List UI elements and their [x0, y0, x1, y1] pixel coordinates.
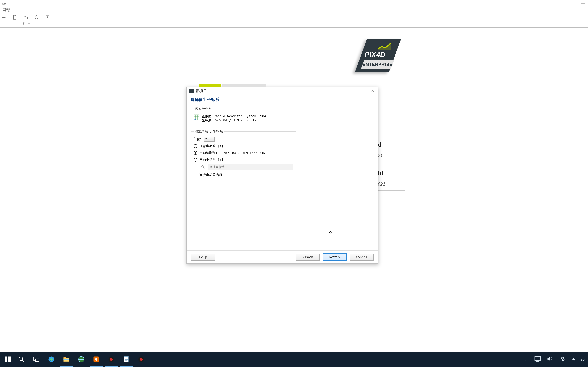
chevron-right-icon: > — [338, 255, 340, 259]
task-taskview[interactable] — [29, 352, 44, 367]
svg-rect-10 — [5, 357, 8, 359]
next-button-label: Next — [329, 255, 337, 259]
next-button[interactable]: Next > — [323, 253, 347, 261]
cancel-button[interactable]: Cancel — [350, 253, 374, 261]
recent-project-title: d — [378, 141, 403, 148]
back-button-label: Back — [305, 255, 313, 259]
dialog-title: 新项目 — [196, 88, 207, 93]
unit-select[interactable]: m ▾ — [204, 137, 215, 142]
ime-mode: 英 — [572, 357, 575, 362]
task-edge[interactable] — [44, 352, 59, 367]
brand-name: PIX4D — [365, 51, 385, 59]
radio-any-cs[interactable]: 任意坐标系 [m] — [194, 144, 293, 148]
refresh-icon[interactable] — [34, 14, 39, 20]
radio-auto-cs[interactable]: 自动检测到: WGS 84 / UTM zone 51N — [194, 151, 293, 155]
recent-project-item[interactable]: d 21 — [376, 137, 405, 162]
new-project-icon[interactable] — [1, 14, 7, 20]
brand-edition: ENTERPRISE — [363, 62, 392, 67]
recent-project-title: ld — [378, 169, 403, 177]
tray-volume-icon[interactable] — [546, 355, 554, 364]
dialog-heading: 选择输出坐标系 — [190, 97, 374, 102]
checkbox-icon — [194, 173, 197, 177]
radio-icon — [194, 158, 197, 162]
wizard-step — [222, 84, 244, 87]
ribbon-tabs: 处理 — [0, 21, 588, 28]
recent-project-item[interactable]: ld 021 — [376, 165, 405, 191]
tray-network-icon[interactable] — [534, 355, 541, 364]
menubar: 帮助 — [0, 7, 588, 14]
cs-value: WGS 84 / UTM zone 51N — [215, 118, 256, 122]
svg-point-14 — [19, 357, 23, 360]
window-controls: — — [580, 1, 587, 6]
task-notepad[interactable] — [119, 352, 134, 367]
radio-known-label: 已知坐标系 [m] — [199, 158, 223, 162]
task-orange-app[interactable]: G — [89, 352, 104, 367]
back-button[interactable]: < Back — [296, 253, 320, 261]
brand-badge: PIX4D ENTERPRISE — [356, 38, 395, 72]
new-project-dialog: 新项目 ✕ 选择输出坐标系 选择坐标系 x y — [186, 87, 378, 264]
unit-label: 单位: — [194, 137, 201, 141]
wizard-step-done — [199, 84, 221, 87]
search-cs-input — [208, 164, 293, 170]
tray-link-icon[interactable] — [559, 355, 567, 364]
recent-projects-partial: d 21 ld 021 — [376, 107, 405, 194]
recent-project-date: 021 — [378, 182, 403, 187]
task-search[interactable] — [14, 352, 29, 367]
tray-clock[interactable]: 20 — [580, 357, 585, 362]
svg-text:G: G — [95, 358, 98, 361]
dialog-titlebar: 新项目 ✕ — [187, 87, 378, 95]
minimize-button[interactable]: — — [580, 1, 587, 6]
svg-rect-21 — [64, 357, 66, 358]
svg-rect-12 — [5, 359, 8, 362]
start-button[interactable] — [2, 353, 14, 365]
group-selected-cs-legend: 选择坐标系 — [194, 106, 213, 111]
task-record-app-1[interactable] — [104, 352, 119, 367]
recent-project-date: 21 — [378, 153, 403, 158]
radio-icon — [194, 151, 197, 155]
group-selected-cs: 选择坐标系 x y 基准面: World Geodetic Sy — [190, 106, 296, 125]
svg-rect-17 — [35, 359, 39, 362]
chevron-left-icon: < — [302, 255, 304, 259]
selected-cs-text: 基准面: World Geodetic System 1984 坐标系: WGS… — [202, 114, 266, 122]
search-icon — [201, 165, 205, 169]
svg-text:x y: x y — [194, 118, 196, 120]
radio-known-cs[interactable]: 已知坐标系 [m] — [194, 158, 293, 162]
checkbox-advanced[interactable]: 高级坐标系选项 — [194, 173, 293, 177]
app-title: se — [1, 1, 6, 6]
cancel-button-label: Cancel — [356, 255, 368, 259]
tray-ime[interactable]: 英 — [572, 357, 575, 362]
svg-point-34 — [140, 358, 143, 361]
help-button[interactable]: Help — [191, 253, 215, 261]
task-file-explorer[interactable] — [59, 352, 74, 367]
svg-point-28 — [110, 358, 113, 361]
dialog-footer: Help < Back Next > Cancel — [187, 250, 378, 263]
advanced-label: 高级坐标系选项 — [199, 173, 222, 177]
radio-auto-value: WGS 84 / UTM zone 51N — [224, 151, 265, 155]
taskbar: G ︿ 英 20 — [0, 352, 588, 367]
folder-open-icon[interactable] — [23, 14, 29, 20]
brand-chart-icon — [377, 42, 392, 51]
svg-point-8 — [202, 166, 204, 168]
titlebar: se — — [0, 0, 588, 7]
tray-chevron-up-icon[interactable]: ︿ — [525, 357, 529, 362]
tab-process[interactable]: 处理 — [20, 21, 33, 27]
unit-value: m — [205, 138, 207, 141]
radio-auto-label: 自动检测到: — [199, 151, 217, 155]
export-icon[interactable] — [44, 14, 50, 20]
radio-any-label: 任意坐标系 [m] — [199, 144, 223, 148]
svg-rect-22 — [64, 359, 69, 360]
chevron-down-icon: ▾ — [213, 138, 214, 140]
task-record-app-2[interactable] — [134, 352, 149, 367]
dialog-app-icon — [189, 89, 194, 93]
svg-rect-35 — [535, 357, 540, 360]
close-button[interactable]: ✕ — [370, 88, 376, 94]
svg-rect-13 — [8, 359, 11, 362]
document-icon[interactable] — [12, 14, 18, 20]
cursor-icon — [328, 230, 333, 235]
svg-line-9 — [203, 167, 205, 168]
recent-projects-box — [376, 107, 405, 133]
toolbar — [0, 14, 588, 21]
svg-rect-11 — [8, 357, 11, 359]
task-globe-app[interactable] — [74, 352, 89, 367]
menu-help[interactable]: 帮助 — [3, 8, 10, 13]
